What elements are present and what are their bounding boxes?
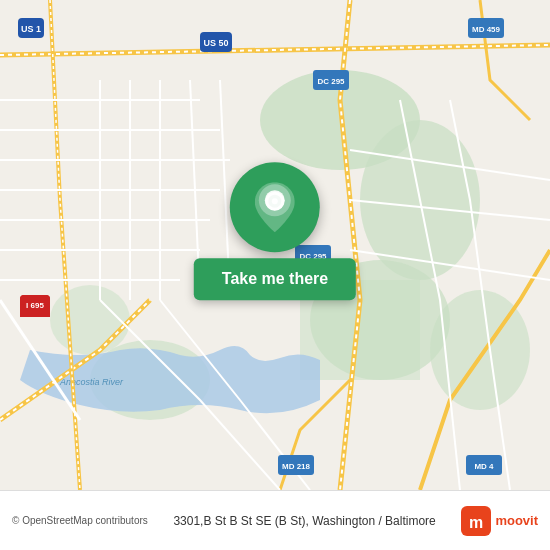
svg-text:DC 295: DC 295: [317, 77, 345, 86]
button-overlay: Take me there: [194, 162, 356, 300]
river-label: Anacostia River: [59, 377, 124, 387]
svg-text:MD 459: MD 459: [472, 25, 501, 34]
svg-point-41: [272, 198, 278, 204]
moovit-text-label: moovit: [495, 513, 538, 528]
svg-text:I 695: I 695: [26, 301, 44, 310]
map-container: Anacostia River: [0, 0, 550, 490]
svg-text:MD 218: MD 218: [282, 462, 311, 471]
moovit-logo: m moovit: [461, 506, 538, 536]
moovit-logo-icon: m: [461, 506, 491, 536]
location-pin-background: [230, 162, 320, 252]
bottom-bar: © OpenStreetMap contributors 3301,B St B…: [0, 490, 550, 550]
svg-text:US 50: US 50: [203, 38, 228, 48]
map-attribution: © OpenStreetMap contributors: [12, 515, 148, 526]
address-label: 3301,B St B St SE (B St), Washington / B…: [148, 514, 462, 528]
svg-point-7: [50, 285, 130, 355]
location-pin-icon: [255, 182, 295, 232]
take-me-there-button[interactable]: Take me there: [194, 258, 356, 300]
svg-text:m: m: [469, 514, 483, 531]
svg-text:MD 4: MD 4: [474, 462, 494, 471]
svg-text:US 1: US 1: [21, 24, 41, 34]
